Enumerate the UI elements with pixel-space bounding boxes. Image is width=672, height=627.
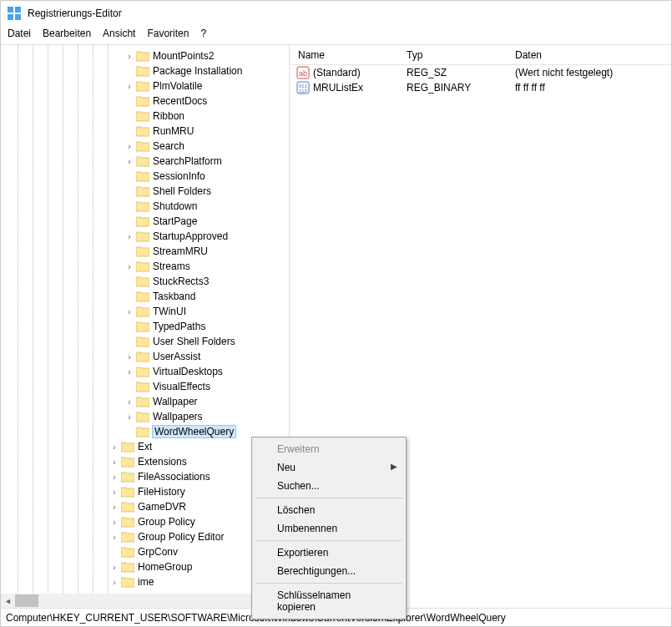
tree-label[interactable]: Ext [138, 441, 152, 453]
tree-item[interactable]: ›Streams [1, 259, 289, 274]
tree-item[interactable]: WordWheelQuery [1, 424, 289, 439]
expander-icon[interactable]: › [124, 367, 134, 377]
col-header-data[interactable]: Daten [515, 49, 671, 61]
col-header-name[interactable]: Name [290, 49, 407, 61]
tree-item[interactable]: ›Ext [1, 439, 289, 454]
tree-label[interactable]: StartPage [153, 215, 197, 227]
tree-item[interactable]: ›MountPoints2 [1, 48, 289, 63]
tree-label[interactable]: Shell Folders [153, 185, 211, 197]
tree-label[interactable]: Package Installation [153, 65, 242, 77]
ctx-copy-key[interactable]: Schlüsselnamen kopieren [254, 586, 404, 616]
tree-item[interactable]: RunMRU [1, 124, 289, 139]
tree-label[interactable]: Wallpaper [153, 396, 198, 407]
tree-label[interactable]: MountPoints2 [153, 50, 214, 62]
expander-icon[interactable]: › [124, 231, 134, 241]
ctx-rename[interactable]: Umbenennen [254, 519, 404, 538]
tree-item[interactable]: SessionInfo [1, 169, 289, 184]
tree-label[interactable]: User Shell Folders [153, 336, 235, 347]
tree-label[interactable]: PlmVolatile [153, 80, 202, 92]
expander-icon[interactable]: › [109, 532, 119, 542]
tree-label[interactable]: HomeGroup [138, 561, 192, 573]
tree-item[interactable]: ›VirtualDesktops [1, 364, 289, 379]
tree-label[interactable]: UserAssist [153, 351, 200, 362]
tree-label[interactable]: WordWheelQuery [152, 425, 236, 438]
expander-icon[interactable]: › [124, 306, 134, 316]
tree-horizontal-scrollbar[interactable]: ◄ ► [1, 594, 290, 608]
expander-icon[interactable]: › [109, 442, 119, 452]
tree-item[interactable]: ›TWinUI [1, 304, 289, 319]
tree-label[interactable]: GameDVR [138, 501, 186, 513]
expander-icon[interactable]: › [124, 51, 134, 61]
tree-item[interactable]: ›Search [1, 139, 289, 154]
tree-label[interactable]: FileAssociations [138, 471, 210, 483]
tree-label[interactable]: Group Policy Editor [138, 531, 224, 543]
tree-label[interactable]: RecentDocs [153, 95, 207, 107]
expander-icon[interactable]: › [124, 397, 134, 407]
tree-label[interactable]: RunMRU [153, 125, 194, 137]
ctx-permissions[interactable]: Berechtigungen... [254, 562, 404, 580]
menu-help[interactable]: ? [200, 28, 206, 39]
tree-item[interactable]: StreamMRU [1, 244, 289, 259]
tree-item[interactable]: ›GameDVR [1, 499, 289, 514]
list-row[interactable]: ab(Standard)REG_SZ(Wert nicht festgelegt… [290, 65, 671, 80]
tree-label[interactable]: StartupApproved [153, 230, 228, 242]
tree-item[interactable]: ›Group Policy [1, 514, 289, 529]
tree-label[interactable]: VirtualDesktops [153, 366, 223, 377]
tree-item[interactable]: ›Wallpaper [1, 394, 289, 409]
tree-label[interactable]: TypedPaths [153, 321, 205, 332]
tree-item[interactable]: ›UserAssist [1, 349, 289, 364]
expander-icon[interactable]: › [109, 457, 119, 467]
expander-icon[interactable]: › [109, 487, 119, 497]
tree-label[interactable]: TWinUI [153, 306, 186, 317]
menu-view[interactable]: Ansicht [103, 28, 135, 39]
tree-scroll[interactable]: ›MountPoints2Package Installation›PlmVol… [1, 45, 289, 595]
expander-icon[interactable]: › [124, 156, 134, 166]
tree-label[interactable]: VisualEffects [153, 381, 210, 392]
tree-item[interactable]: StuckRects3 [1, 274, 289, 289]
tree-label[interactable]: Ribbon [153, 110, 184, 122]
expander-icon[interactable]: › [124, 412, 134, 422]
tree-label[interactable]: Taskband [153, 291, 195, 302]
tree-item[interactable]: ›SearchPlatform [1, 154, 289, 169]
tree-item[interactable]: User Shell Folders [1, 334, 289, 349]
tree-item[interactable]: VisualEffects [1, 379, 289, 394]
expander-icon[interactable]: › [124, 81, 134, 91]
tree-item[interactable]: ›Extensions [1, 454, 289, 469]
tree-label[interactable]: Wallpapers [153, 411, 203, 422]
tree-item[interactable]: Package Installation [1, 63, 289, 78]
tree-item[interactable]: ›ime [1, 574, 289, 589]
tree-item[interactable]: ›PlmVolatile [1, 78, 289, 94]
tree-item[interactable]: ›FileAssociations [1, 469, 289, 484]
tree-item[interactable]: Ribbon [1, 109, 289, 124]
tree-label[interactable]: Group Policy [138, 516, 195, 528]
menu-edit[interactable]: Bearbeiten [43, 28, 91, 39]
tree-label[interactable]: SearchPlatform [153, 155, 222, 167]
tree-item[interactable]: RecentDocs [1, 94, 289, 109]
tree-label[interactable]: StreamMRU [153, 245, 208, 257]
tree-item[interactable]: TypedPaths [1, 319, 289, 334]
tree-label[interactable]: Streams [153, 260, 190, 272]
tree-label[interactable]: StuckRects3 [153, 276, 209, 287]
tree-item[interactable]: ›FileHistory [1, 484, 289, 499]
expander-icon[interactable]: › [124, 351, 134, 362]
tree-label[interactable]: SessionInfo [153, 170, 205, 182]
tree-label[interactable]: Extensions [138, 456, 187, 468]
expander-icon[interactable]: › [124, 261, 134, 271]
ctx-new[interactable]: Neu ▶ [254, 458, 404, 477]
tree-label[interactable]: FileHistory [138, 486, 185, 498]
tree-label[interactable]: GrpConv [138, 546, 178, 558]
ctx-delete[interactable]: Löschen [254, 501, 404, 519]
expander-icon[interactable]: › [109, 472, 119, 482]
expander-icon[interactable]: › [109, 562, 119, 572]
expander-icon[interactable]: › [109, 577, 119, 587]
tree-label[interactable]: ime [138, 576, 154, 588]
expander-icon[interactable]: › [109, 517, 119, 527]
tree-item[interactable]: ›Wallpapers [1, 409, 289, 424]
tree-item[interactable]: ›Group Policy Editor [1, 529, 289, 544]
tree-label[interactable]: Shutdown [153, 200, 197, 212]
tree-label[interactable]: Search [153, 140, 184, 152]
tree-item[interactable]: ›HomeGroup [1, 559, 289, 574]
tree-item[interactable]: GrpConv [1, 544, 289, 559]
ctx-export[interactable]: Exportieren [254, 544, 404, 562]
tree-item[interactable]: Taskband [1, 289, 289, 304]
